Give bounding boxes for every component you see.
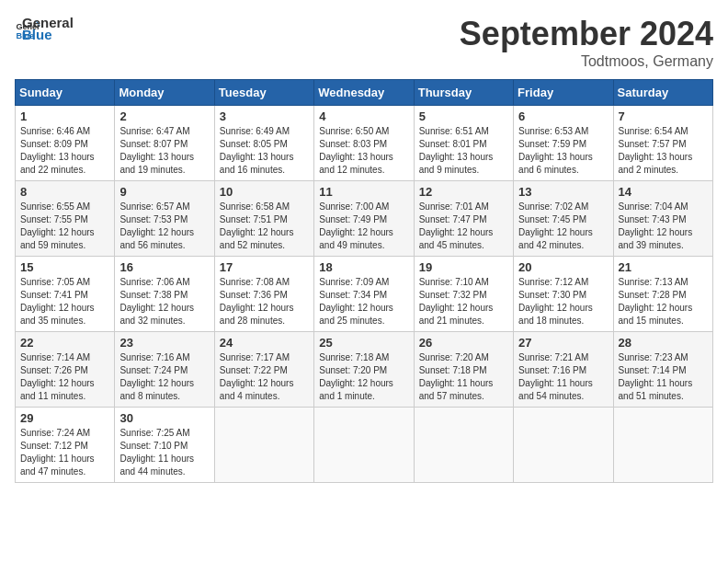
day-info: Sunrise: 6:53 AM Sunset: 7:59 PM Dayligh… <box>518 125 608 177</box>
day-number: 16 <box>119 260 209 274</box>
day-info: Sunrise: 7:23 AM Sunset: 7:14 PM Dayligh… <box>619 351 708 403</box>
day-number: 13 <box>518 185 608 199</box>
day-cell <box>314 408 414 483</box>
day-cell: 8Sunrise: 6:55 AM Sunset: 7:55 PM Daylig… <box>16 181 115 257</box>
day-cell: 27Sunrise: 7:21 AM Sunset: 7:16 PM Dayli… <box>514 332 613 408</box>
day-info: Sunrise: 7:24 AM Sunset: 7:12 PM Dayligh… <box>20 427 109 478</box>
day-info: Sunrise: 7:10 AM Sunset: 7:32 PM Dayligh… <box>419 276 508 327</box>
day-cell <box>214 408 313 483</box>
header-tuesday: Tuesday <box>214 80 313 106</box>
day-number: 10 <box>220 185 309 199</box>
day-cell: 12Sunrise: 7:01 AM Sunset: 7:47 PM Dayli… <box>414 181 513 257</box>
day-cell: 3Sunrise: 6:49 AM Sunset: 8:05 PM Daylig… <box>214 106 313 181</box>
day-cell: 13Sunrise: 7:02 AM Sunset: 7:45 PM Dayli… <box>514 181 613 257</box>
day-info: Sunrise: 6:47 AM Sunset: 8:07 PM Dayligh… <box>119 125 209 177</box>
day-number: 26 <box>419 336 508 350</box>
day-cell <box>414 408 513 483</box>
day-cell: 30Sunrise: 7:25 AM Sunset: 7:10 PM Dayli… <box>115 408 214 483</box>
day-info: Sunrise: 7:12 AM Sunset: 7:30 PM Dayligh… <box>518 276 608 327</box>
day-number: 11 <box>319 185 408 199</box>
day-cell: 25Sunrise: 7:18 AM Sunset: 7:20 PM Dayli… <box>314 332 414 408</box>
day-cell: 1Sunrise: 6:46 AM Sunset: 8:09 PM Daylig… <box>16 106 115 181</box>
month-title: September 2024 <box>460 15 713 53</box>
day-info: Sunrise: 6:55 AM Sunset: 7:55 PM Dayligh… <box>20 201 109 252</box>
day-info: Sunrise: 6:46 AM Sunset: 8:09 PM Dayligh… <box>20 125 109 177</box>
day-info: Sunrise: 7:04 AM Sunset: 7:43 PM Dayligh… <box>619 201 708 252</box>
day-info: Sunrise: 7:25 AM Sunset: 7:10 PM Dayligh… <box>119 427 209 478</box>
day-info: Sunrise: 7:05 AM Sunset: 7:41 PM Dayligh… <box>20 276 109 327</box>
day-cell: 29Sunrise: 7:24 AM Sunset: 7:12 PM Dayli… <box>16 408 115 483</box>
day-info: Sunrise: 6:49 AM Sunset: 8:05 PM Dayligh… <box>220 125 309 177</box>
title-area: September 2024 Todtmoos, Germany <box>460 15 713 70</box>
day-cell: 16Sunrise: 7:06 AM Sunset: 7:38 PM Dayli… <box>115 257 214 332</box>
day-number: 22 <box>20 336 109 350</box>
day-cell: 15Sunrise: 7:05 AM Sunset: 7:41 PM Dayli… <box>16 257 115 332</box>
day-cell: 26Sunrise: 7:20 AM Sunset: 7:18 PM Dayli… <box>414 332 513 408</box>
day-info: Sunrise: 7:00 AM Sunset: 7:49 PM Dayligh… <box>319 201 408 252</box>
calendar-header: SundayMondayTuesdayWednesdayThursdayFrid… <box>16 80 713 106</box>
day-number: 7 <box>619 109 708 123</box>
day-number: 23 <box>119 336 209 350</box>
day-info: Sunrise: 6:57 AM Sunset: 7:53 PM Dayligh… <box>119 201 209 252</box>
calendar-body: 1Sunrise: 6:46 AM Sunset: 8:09 PM Daylig… <box>16 106 713 483</box>
day-cell: 6Sunrise: 6:53 AM Sunset: 7:59 PM Daylig… <box>514 106 613 181</box>
day-info: Sunrise: 7:13 AM Sunset: 7:28 PM Dayligh… <box>619 276 708 327</box>
week-row-4: 22Sunrise: 7:14 AM Sunset: 7:26 PM Dayli… <box>16 332 713 408</box>
day-cell: 10Sunrise: 6:58 AM Sunset: 7:51 PM Dayli… <box>214 181 313 257</box>
day-info: Sunrise: 7:14 AM Sunset: 7:26 PM Dayligh… <box>20 351 109 403</box>
day-cell: 2Sunrise: 6:47 AM Sunset: 8:07 PM Daylig… <box>115 106 214 181</box>
day-info: Sunrise: 6:58 AM Sunset: 7:51 PM Dayligh… <box>220 201 309 252</box>
logo-blue: Blue <box>22 27 74 42</box>
day-cell: 11Sunrise: 7:00 AM Sunset: 7:49 PM Dayli… <box>314 181 414 257</box>
day-number: 29 <box>20 411 109 425</box>
day-info: Sunrise: 7:21 AM Sunset: 7:16 PM Dayligh… <box>518 351 608 403</box>
header-wednesday: Wednesday <box>314 80 414 106</box>
day-cell: 18Sunrise: 7:09 AM Sunset: 7:34 PM Dayli… <box>314 257 414 332</box>
day-info: Sunrise: 6:50 AM Sunset: 8:03 PM Dayligh… <box>319 125 408 177</box>
day-number: 9 <box>119 185 209 199</box>
day-cell: 21Sunrise: 7:13 AM Sunset: 7:28 PM Dayli… <box>613 257 712 332</box>
day-info: Sunrise: 6:54 AM Sunset: 7:57 PM Dayligh… <box>619 125 708 177</box>
day-cell: 17Sunrise: 7:08 AM Sunset: 7:36 PM Dayli… <box>214 257 313 332</box>
day-info: Sunrise: 7:16 AM Sunset: 7:24 PM Dayligh… <box>119 351 209 403</box>
day-cell: 20Sunrise: 7:12 AM Sunset: 7:30 PM Dayli… <box>514 257 613 332</box>
day-number: 17 <box>220 260 309 274</box>
day-info: Sunrise: 7:01 AM Sunset: 7:47 PM Dayligh… <box>419 201 508 252</box>
header-friday: Friday <box>514 80 613 106</box>
day-number: 25 <box>319 336 408 350</box>
day-number: 20 <box>518 260 608 274</box>
day-info: Sunrise: 7:20 AM Sunset: 7:18 PM Dayligh… <box>419 351 508 403</box>
day-number: 19 <box>419 260 508 274</box>
day-info: Sunrise: 7:09 AM Sunset: 7:34 PM Dayligh… <box>319 276 408 327</box>
day-cell: 24Sunrise: 7:17 AM Sunset: 7:22 PM Dayli… <box>214 332 313 408</box>
day-cell: 5Sunrise: 6:51 AM Sunset: 8:01 PM Daylig… <box>414 106 513 181</box>
location-title: Todtmoos, Germany <box>460 53 713 70</box>
day-cell <box>514 408 613 483</box>
calendar-table: SundayMondayTuesdayWednesdayThursdayFrid… <box>15 79 713 483</box>
day-cell: 22Sunrise: 7:14 AM Sunset: 7:26 PM Dayli… <box>16 332 115 408</box>
day-number: 2 <box>119 109 209 123</box>
logo: General Blue General Blue <box>15 15 74 42</box>
day-number: 18 <box>319 260 408 274</box>
day-number: 3 <box>220 109 309 123</box>
header-sunday: Sunday <box>16 80 115 106</box>
header: General Blue General Blue September 2024… <box>15 15 713 70</box>
day-cell <box>613 408 712 483</box>
day-number: 30 <box>119 411 209 425</box>
day-info: Sunrise: 6:51 AM Sunset: 8:01 PM Dayligh… <box>419 125 508 177</box>
day-cell: 14Sunrise: 7:04 AM Sunset: 7:43 PM Dayli… <box>613 181 712 257</box>
day-info: Sunrise: 7:06 AM Sunset: 7:38 PM Dayligh… <box>119 276 209 327</box>
day-number: 4 <box>319 109 408 123</box>
day-cell: 28Sunrise: 7:23 AM Sunset: 7:14 PM Dayli… <box>613 332 712 408</box>
day-cell: 9Sunrise: 6:57 AM Sunset: 7:53 PM Daylig… <box>115 181 214 257</box>
day-number: 12 <box>419 185 508 199</box>
day-cell: 19Sunrise: 7:10 AM Sunset: 7:32 PM Dayli… <box>414 257 513 332</box>
day-number: 1 <box>20 109 109 123</box>
week-row-5: 29Sunrise: 7:24 AM Sunset: 7:12 PM Dayli… <box>16 408 713 483</box>
day-info: Sunrise: 7:18 AM Sunset: 7:20 PM Dayligh… <box>319 351 408 403</box>
day-info: Sunrise: 7:08 AM Sunset: 7:36 PM Dayligh… <box>220 276 309 327</box>
day-cell: 4Sunrise: 6:50 AM Sunset: 8:03 PM Daylig… <box>314 106 414 181</box>
day-info: Sunrise: 7:02 AM Sunset: 7:45 PM Dayligh… <box>518 201 608 252</box>
day-number: 24 <box>220 336 309 350</box>
week-row-3: 15Sunrise: 7:05 AM Sunset: 7:41 PM Dayli… <box>16 257 713 332</box>
